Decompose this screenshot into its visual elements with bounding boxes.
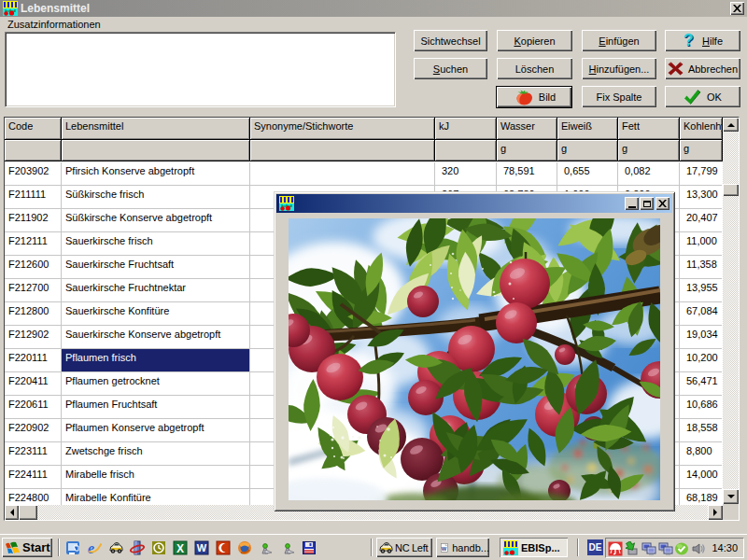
svg-text:e: e bbox=[88, 540, 94, 555]
svg-text:W: W bbox=[442, 545, 447, 551]
svg-text:?: ? bbox=[684, 32, 694, 49]
svg-text:X: X bbox=[176, 542, 184, 555]
svg-text:W: W bbox=[197, 542, 207, 553]
